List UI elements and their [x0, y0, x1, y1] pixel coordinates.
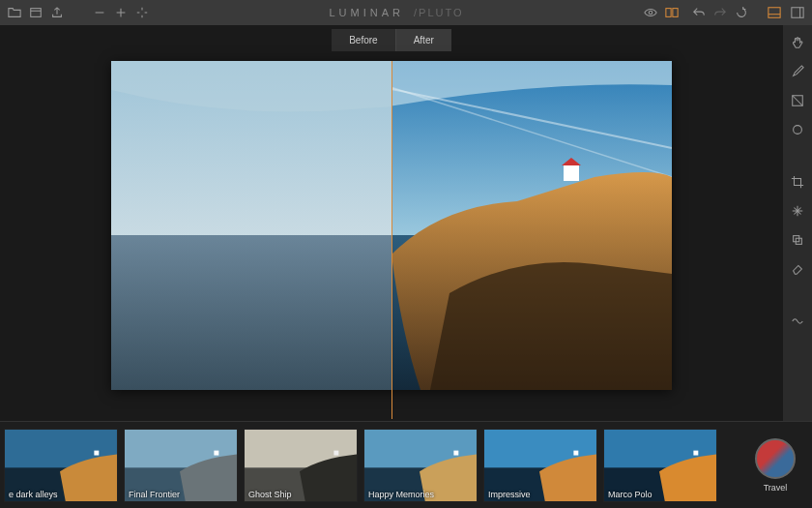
preset-category[interactable]: Travel [748, 429, 802, 502]
radial-icon[interactable] [790, 122, 805, 137]
svg-rect-35 [693, 450, 698, 455]
folder-icon[interactable] [8, 6, 21, 19]
hand-icon[interactable] [790, 35, 805, 50]
preset-thumb[interactable]: Impressive [483, 429, 597, 502]
side-panel-icon[interactable] [791, 6, 804, 19]
app-subtitle: /PLUTO [414, 7, 464, 18]
fit-icon[interactable] [135, 6, 149, 19]
category-icon [755, 438, 796, 479]
transform-icon[interactable] [790, 203, 805, 219]
top-toolbar: LUMINAR/PLUTO [0, 0, 812, 25]
svg-point-1 [649, 11, 652, 15]
presets-panel-icon[interactable] [768, 6, 781, 19]
compare-divider[interactable] [392, 61, 392, 419]
minus-icon[interactable] [93, 6, 106, 19]
tab-before[interactable]: Before [332, 29, 395, 51]
preset-thumb[interactable]: Marco Polo [603, 429, 717, 502]
erase-icon[interactable] [790, 261, 805, 277]
preset-thumb[interactable]: Final Frontier [124, 429, 238, 502]
preset-strip: e dark alleys Final Frontier Ghost Ship … [0, 421, 812, 508]
crop-icon[interactable] [790, 174, 805, 190]
svg-rect-20 [94, 450, 99, 455]
preset-label: Final Frontier [129, 490, 180, 499]
plus-icon[interactable] [114, 6, 128, 19]
svg-rect-32 [573, 450, 578, 455]
app-name: LUMINAR [329, 7, 404, 18]
preset-label: Impressive [488, 490, 531, 499]
svg-rect-29 [453, 450, 458, 455]
canvas-area: Before After [0, 25, 783, 421]
svg-rect-23 [214, 450, 218, 455]
svg-rect-4 [768, 8, 780, 18]
svg-rect-2 [666, 9, 671, 17]
preset-thumb[interactable]: Ghost Ship [244, 429, 358, 502]
preset-label: e dark alleys [9, 490, 58, 499]
compare-icon[interactable] [665, 6, 679, 19]
preset-label: Marco Polo [608, 490, 652, 499]
app-title: LUMINAR/PLUTO [149, 7, 644, 18]
reset-icon[interactable] [735, 6, 748, 19]
share-icon[interactable] [50, 6, 64, 19]
preset-label: Happy Memories [368, 490, 434, 499]
tab-after[interactable]: After [396, 29, 451, 51]
svg-point-15 [794, 126, 802, 134]
preset-thumb[interactable]: Happy Memories [363, 429, 478, 502]
eye-icon[interactable] [644, 6, 657, 19]
svg-rect-5 [792, 8, 803, 18]
svg-rect-12 [564, 165, 579, 181]
redo-icon[interactable] [713, 6, 727, 19]
open-icon[interactable] [29, 6, 43, 19]
brush-icon[interactable] [790, 64, 805, 79]
preset-label: Ghost Ship [248, 490, 292, 499]
gradient-icon[interactable] [790, 93, 805, 108]
svg-rect-3 [673, 9, 678, 17]
svg-rect-26 [334, 450, 338, 455]
svg-rect-0 [31, 9, 42, 17]
category-label: Travel [764, 483, 788, 493]
denoise-icon[interactable] [790, 314, 805, 329]
undo-icon[interactable] [692, 6, 706, 19]
photo-compare[interactable] [111, 61, 672, 390]
clone-icon[interactable] [790, 232, 805, 248]
right-toolbar [783, 25, 812, 421]
app-window: LUMINAR/PLUTO Before After [0, 0, 812, 508]
preset-thumb[interactable]: e dark alleys [4, 429, 118, 502]
compare-tabs: Before After [332, 29, 451, 51]
main-area: Before After [0, 25, 812, 421]
